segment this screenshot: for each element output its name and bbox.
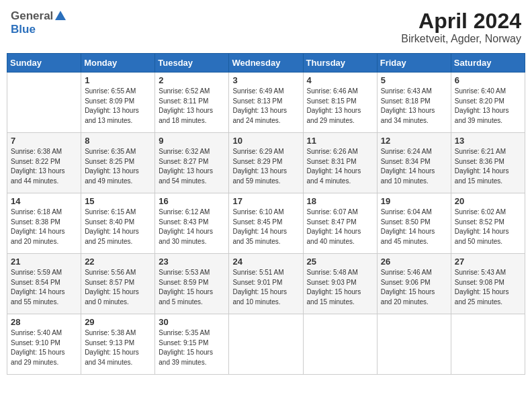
calendar-cell: 14Sunrise: 6:18 AM Sunset: 8:38 PM Dayli… bbox=[7, 193, 81, 254]
day-number: 7 bbox=[11, 136, 77, 146]
day-info: Sunrise: 6:43 AM Sunset: 8:18 PM Dayligh… bbox=[381, 87, 447, 126]
calendar-week-row: 21Sunrise: 5:59 AM Sunset: 8:54 PM Dayli… bbox=[7, 254, 525, 314]
calendar-cell: 17Sunrise: 6:10 AM Sunset: 8:45 PM Dayli… bbox=[229, 193, 303, 254]
calendar-cell bbox=[229, 314, 303, 375]
calendar-week-row: 14Sunrise: 6:18 AM Sunset: 8:38 PM Dayli… bbox=[7, 193, 525, 254]
calendar-week-row: 28Sunrise: 5:40 AM Sunset: 9:10 PM Dayli… bbox=[7, 314, 525, 375]
day-info: Sunrise: 5:46 AM Sunset: 9:06 PM Dayligh… bbox=[381, 268, 447, 307]
day-info: Sunrise: 6:40 AM Sunset: 8:20 PM Dayligh… bbox=[455, 87, 521, 126]
day-info: Sunrise: 6:49 AM Sunset: 8:13 PM Dayligh… bbox=[232, 87, 299, 126]
day-info: Sunrise: 5:51 AM Sunset: 9:01 PM Dayligh… bbox=[232, 268, 299, 307]
day-info: Sunrise: 6:35 AM Sunset: 8:25 PM Dayligh… bbox=[85, 147, 151, 186]
location-title: Birketveit, Agder, Norway bbox=[401, 33, 521, 45]
day-number: 5 bbox=[381, 75, 447, 85]
day-number: 8 bbox=[85, 136, 151, 146]
day-info: Sunrise: 6:26 AM Sunset: 8:31 PM Dayligh… bbox=[307, 147, 373, 186]
calendar-cell: 8Sunrise: 6:35 AM Sunset: 8:25 PM Daylig… bbox=[81, 133, 155, 193]
day-info: Sunrise: 5:48 AM Sunset: 9:03 PM Dayligh… bbox=[307, 268, 373, 307]
svg-marker-0 bbox=[55, 11, 66, 20]
day-info: Sunrise: 6:32 AM Sunset: 8:27 PM Dayligh… bbox=[159, 147, 225, 186]
day-number: 26 bbox=[381, 257, 447, 267]
day-info: Sunrise: 6:55 AM Sunset: 8:09 PM Dayligh… bbox=[85, 87, 151, 126]
day-number: 9 bbox=[159, 136, 225, 146]
day-info: Sunrise: 6:24 AM Sunset: 8:34 PM Dayligh… bbox=[381, 147, 447, 186]
day-number: 6 bbox=[455, 75, 521, 85]
calendar-header-row: SundayMondayTuesdayWednesdayThursdayFrid… bbox=[7, 54, 525, 73]
calendar-cell: 12Sunrise: 6:24 AM Sunset: 8:34 PM Dayli… bbox=[377, 133, 451, 193]
day-info: Sunrise: 5:43 AM Sunset: 9:08 PM Dayligh… bbox=[455, 268, 521, 307]
calendar-week-row: 1Sunrise: 6:55 AM Sunset: 8:09 PM Daylig… bbox=[7, 73, 525, 133]
day-info: Sunrise: 6:38 AM Sunset: 8:22 PM Dayligh… bbox=[11, 147, 77, 186]
calendar-cell: 19Sunrise: 6:04 AM Sunset: 8:50 PM Dayli… bbox=[377, 193, 451, 254]
calendar-cell: 13Sunrise: 6:21 AM Sunset: 8:36 PM Dayli… bbox=[451, 133, 525, 193]
logo-icon bbox=[54, 9, 67, 23]
day-info: Sunrise: 6:02 AM Sunset: 8:52 PM Dayligh… bbox=[455, 208, 521, 246]
logo-general: General bbox=[11, 9, 53, 23]
day-info: Sunrise: 6:15 AM Sunset: 8:40 PM Dayligh… bbox=[85, 208, 151, 246]
day-number: 28 bbox=[11, 317, 77, 327]
calendar-cell: 16Sunrise: 6:12 AM Sunset: 8:43 PM Dayli… bbox=[155, 193, 229, 254]
day-number: 16 bbox=[159, 196, 225, 206]
header-day-saturday: Saturday bbox=[451, 54, 525, 73]
calendar-cell: 3Sunrise: 6:49 AM Sunset: 8:13 PM Daylig… bbox=[229, 73, 303, 133]
calendar-cell: 4Sunrise: 6:46 AM Sunset: 8:15 PM Daylig… bbox=[303, 73, 377, 133]
day-info: Sunrise: 6:29 AM Sunset: 8:29 PM Dayligh… bbox=[232, 147, 299, 186]
logo-blue: Blue bbox=[11, 23, 36, 36]
calendar-cell bbox=[377, 314, 451, 375]
day-info: Sunrise: 5:59 AM Sunset: 8:54 PM Dayligh… bbox=[11, 268, 77, 307]
calendar-cell: 18Sunrise: 6:07 AM Sunset: 8:47 PM Dayli… bbox=[303, 193, 377, 254]
header-day-friday: Friday bbox=[377, 54, 451, 73]
header: General Blue April 2024 Birketveit, Agde… bbox=[7, 7, 525, 48]
day-info: Sunrise: 5:35 AM Sunset: 9:15 PM Dayligh… bbox=[159, 328, 225, 367]
calendar-cell: 22Sunrise: 5:56 AM Sunset: 8:57 PM Dayli… bbox=[81, 254, 155, 314]
day-number: 2 bbox=[159, 75, 225, 85]
calendar-cell bbox=[303, 314, 377, 375]
calendar-cell: 24Sunrise: 5:51 AM Sunset: 9:01 PM Dayli… bbox=[229, 254, 303, 314]
calendar-cell: 6Sunrise: 6:40 AM Sunset: 8:20 PM Daylig… bbox=[451, 73, 525, 133]
day-number: 23 bbox=[159, 257, 225, 267]
day-number: 27 bbox=[455, 257, 521, 267]
day-number: 10 bbox=[232, 136, 299, 146]
logo: General Blue bbox=[11, 9, 67, 36]
calendar-cell: 15Sunrise: 6:15 AM Sunset: 8:40 PM Dayli… bbox=[81, 193, 155, 254]
day-info: Sunrise: 6:04 AM Sunset: 8:50 PM Dayligh… bbox=[381, 208, 447, 246]
header-day-tuesday: Tuesday bbox=[155, 54, 229, 73]
calendar-cell: 11Sunrise: 6:26 AM Sunset: 8:31 PM Dayli… bbox=[303, 133, 377, 193]
day-number: 14 bbox=[11, 196, 77, 206]
calendar-cell: 21Sunrise: 5:59 AM Sunset: 8:54 PM Dayli… bbox=[7, 254, 81, 314]
day-info: Sunrise: 6:21 AM Sunset: 8:36 PM Dayligh… bbox=[455, 147, 521, 186]
header-day-thursday: Thursday bbox=[303, 54, 377, 73]
calendar-cell: 28Sunrise: 5:40 AM Sunset: 9:10 PM Dayli… bbox=[7, 314, 81, 375]
day-number: 3 bbox=[232, 75, 299, 85]
day-info: Sunrise: 5:38 AM Sunset: 9:13 PM Dayligh… bbox=[85, 328, 151, 367]
day-info: Sunrise: 6:46 AM Sunset: 8:15 PM Dayligh… bbox=[307, 87, 373, 126]
calendar-table: SundayMondayTuesdayWednesdayThursdayFrid… bbox=[7, 53, 525, 375]
calendar-cell: 23Sunrise: 5:53 AM Sunset: 8:59 PM Dayli… bbox=[155, 254, 229, 314]
day-info: Sunrise: 6:10 AM Sunset: 8:45 PM Dayligh… bbox=[232, 208, 299, 246]
calendar-cell bbox=[451, 314, 525, 375]
day-number: 11 bbox=[307, 136, 373, 146]
day-number: 24 bbox=[232, 257, 299, 267]
day-number: 29 bbox=[85, 317, 151, 327]
calendar-cell bbox=[7, 73, 81, 133]
calendar-cell: 2Sunrise: 6:52 AM Sunset: 8:11 PM Daylig… bbox=[155, 73, 229, 133]
calendar-cell: 7Sunrise: 6:38 AM Sunset: 8:22 PM Daylig… bbox=[7, 133, 81, 193]
day-number: 15 bbox=[85, 196, 151, 206]
day-number: 13 bbox=[455, 136, 521, 146]
day-number: 20 bbox=[455, 196, 521, 206]
day-info: Sunrise: 6:07 AM Sunset: 8:47 PM Dayligh… bbox=[307, 208, 373, 246]
calendar-cell: 20Sunrise: 6:02 AM Sunset: 8:52 PM Dayli… bbox=[451, 193, 525, 254]
day-info: Sunrise: 6:52 AM Sunset: 8:11 PM Dayligh… bbox=[159, 87, 225, 126]
calendar-cell: 9Sunrise: 6:32 AM Sunset: 8:27 PM Daylig… bbox=[155, 133, 229, 193]
day-info: Sunrise: 5:40 AM Sunset: 9:10 PM Dayligh… bbox=[11, 328, 77, 367]
day-number: 17 bbox=[232, 196, 299, 206]
day-number: 25 bbox=[307, 257, 373, 267]
calendar-cell: 1Sunrise: 6:55 AM Sunset: 8:09 PM Daylig… bbox=[81, 73, 155, 133]
header-day-wednesday: Wednesday bbox=[229, 54, 303, 73]
month-title: April 2024 bbox=[401, 9, 521, 33]
calendar-cell: 27Sunrise: 5:43 AM Sunset: 9:08 PM Dayli… bbox=[451, 254, 525, 314]
day-info: Sunrise: 6:18 AM Sunset: 8:38 PM Dayligh… bbox=[11, 208, 77, 246]
calendar-cell: 5Sunrise: 6:43 AM Sunset: 8:18 PM Daylig… bbox=[377, 73, 451, 133]
header-day-monday: Monday bbox=[81, 54, 155, 73]
day-number: 30 bbox=[159, 317, 225, 327]
